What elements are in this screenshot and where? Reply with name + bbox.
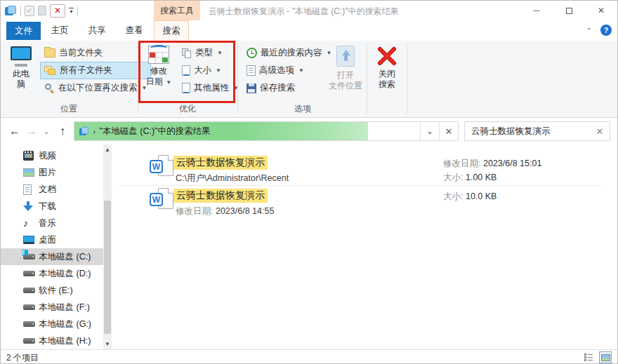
- sidebar-item-local-disk-f[interactable]: 本地磁盘 (F:): [1, 299, 103, 316]
- film-icon: [23, 151, 34, 161]
- window-title: 云骑士数据恢复演示 - "本地磁盘 (C:)"中的搜索结果: [209, 6, 399, 18]
- date-modified-button[interactable]: 修改日期 ▼: [143, 43, 175, 101]
- calendar-icon: [148, 46, 169, 64]
- recent-searches-button[interactable]: 最近的搜索内容▼: [242, 44, 336, 62]
- back-icon[interactable]: ←: [6, 118, 23, 144]
- tab-view[interactable]: 查看: [119, 20, 150, 41]
- sidebar-item-local-disk-h[interactable]: 本地磁盘 (H:): [1, 332, 103, 349]
- status-bar: 2 个项目: [1, 349, 617, 364]
- item-count: 2 个项目: [6, 352, 39, 364]
- drive-icon: [23, 271, 35, 276]
- tab-search[interactable]: 搜索: [154, 20, 189, 41]
- search-again-in-button[interactable]: 在以下位置再次搜索▼: [40, 79, 151, 97]
- maximize-button[interactable]: [553, 1, 585, 20]
- explorer-mini-icon: [79, 127, 89, 136]
- all-subfolders-button[interactable]: 所有子文件夹: [40, 62, 151, 79]
- computer-icon: [9, 46, 33, 67]
- word-file-icon: W: [150, 155, 173, 182]
- open-file-location-button[interactable]: 打开文件位置: [325, 43, 366, 101]
- tab-home[interactable]: 主页: [44, 20, 75, 41]
- subfolders-icon: [44, 66, 56, 76]
- minimize-button[interactable]: ─: [520, 1, 553, 20]
- group-separator: [237, 43, 238, 114]
- new-folder-icon[interactable]: [38, 6, 46, 15]
- window-controls: ─ ✕: [520, 1, 617, 20]
- help-icon[interactable]: ?: [600, 25, 612, 36]
- sidebar-item-desktop[interactable]: 桌面: [1, 231, 103, 248]
- scroll-up-icon[interactable]: ▲: [103, 144, 112, 155]
- file-size-detail: 大小: 1.00 KB: [443, 172, 497, 184]
- sidebar-scrollbar[interactable]: ▲ ▼: [103, 144, 112, 349]
- advanced-options-button[interactable]: 高级选项▼: [242, 62, 336, 79]
- customize-qat-icon[interactable]: ▾: [69, 8, 74, 13]
- explorer-logo-icon[interactable]: [5, 6, 17, 16]
- sidebar-item-music[interactable]: ♪音乐: [1, 215, 103, 231]
- tab-file[interactable]: 文件: [6, 22, 41, 40]
- properties-page-icon: [182, 83, 190, 93]
- title-bar: ✓ ✕ ▾ 搜索工具 云骑士数据恢复演示 - "本地磁盘 (C:)"中的搜索结果…: [1, 1, 617, 20]
- file-date-subtitle: 修改日期: 2023/6/8 14:55: [176, 205, 274, 217]
- sidebar-item-pictures[interactable]: 图片: [1, 164, 103, 181]
- group-label-refine: 优化: [138, 103, 237, 115]
- scrollbar-thumb[interactable]: [104, 201, 111, 334]
- scroll-down-icon[interactable]: ▼: [103, 339, 112, 349]
- details-view-icon[interactable]: [582, 351, 595, 363]
- sidebar: 视频 图片 文档 下载 ♪音乐 桌面 本地磁盘 (C:) 本地磁盘 (D:) 软…: [1, 144, 103, 349]
- folder-icon: [44, 48, 55, 58]
- list-separator: [119, 185, 602, 186]
- qat-close-icon[interactable]: ✕: [50, 4, 65, 18]
- breadcrumb[interactable]: "本地磁盘 (C:)"中的搜索结果: [99, 126, 210, 137]
- current-folder-button[interactable]: 当前文件夹: [40, 44, 151, 62]
- red-x-icon: [376, 46, 397, 67]
- properties-icon[interactable]: ✓: [25, 6, 34, 16]
- sidebar-item-local-disk-c[interactable]: 本地磁盘 (C:): [1, 248, 103, 265]
- drive-icon: [23, 338, 35, 344]
- drive-icon: [23, 288, 35, 293]
- other-properties-button[interactable]: 其他属性▼: [178, 79, 243, 97]
- sidebar-item-local-disk-d[interactable]: 本地磁盘 (D:): [1, 265, 103, 282]
- kind-button[interactable]: 类型▼: [178, 44, 243, 62]
- group-label-options: 选项: [239, 103, 366, 115]
- search-results-list: W 云骑士数据恢复演示 C:\用户\Administrator\Recent 修…: [113, 144, 617, 349]
- close-button[interactable]: ✕: [585, 1, 617, 20]
- group-label-location: 位置: [1, 103, 137, 115]
- floppy-icon: [246, 83, 256, 93]
- group-separator: [367, 43, 367, 114]
- file-name-highlighted[interactable]: 云骑士数据恢复演示: [173, 156, 268, 170]
- content-area: 视频 图片 文档 下载 ♪音乐 桌面 本地磁盘 (C:) 本地磁盘 (D:) 软…: [1, 144, 617, 349]
- clear-search-icon[interactable]: ✕: [590, 122, 610, 140]
- address-bar[interactable]: › "本地磁盘 (C:)"中的搜索结果 ⌄ ✕: [74, 121, 459, 141]
- stop-refresh-icon[interactable]: ✕: [439, 122, 458, 140]
- this-pc-button[interactable]: 此电脑: [5, 43, 37, 101]
- sidebar-item-videos[interactable]: 视频: [1, 147, 103, 164]
- save-search-button[interactable]: 保存搜索: [242, 79, 336, 97]
- forward-icon[interactable]: →: [23, 118, 40, 144]
- quick-access-toolbar: ✓ ✕ ▾: [5, 3, 78, 18]
- collapse-ribbon-icon[interactable]: ⌃: [586, 27, 592, 34]
- qat-separator: [77, 6, 78, 16]
- open-location-icon: [334, 46, 357, 68]
- drive-icon: [23, 321, 35, 327]
- tab-share[interactable]: 共享: [81, 20, 112, 41]
- history-dropdown-icon[interactable]: ⌄: [40, 118, 53, 144]
- ribbon: 此电脑 当前文件夹 所有子文件夹 在以下位置再次搜索▼ 位置: [1, 41, 617, 118]
- size-button[interactable]: 大小▼: [178, 62, 243, 79]
- address-dropdown-icon[interactable]: ⌄: [420, 122, 439, 140]
- contextual-tab-search-tools[interactable]: 搜索工具: [154, 1, 200, 20]
- system-drive-icon: [23, 254, 35, 259]
- sidebar-item-local-disk-g[interactable]: 本地磁盘 (G:): [1, 316, 103, 332]
- search-input[interactable]: [465, 122, 590, 140]
- pages-icon: [182, 48, 192, 58]
- navigation-bar: ← → ⌄ ↑ › "本地磁盘 (C:)"中的搜索结果 ⌄ ✕ ✕: [1, 118, 617, 144]
- magnifier-icon: [44, 83, 55, 93]
- picture-icon: [23, 168, 34, 177]
- breadcrumb-chevron-icon: ›: [93, 126, 96, 137]
- up-icon[interactable]: ↑: [54, 118, 71, 144]
- file-name-highlighted[interactable]: 云骑士数据恢复演示: [173, 189, 268, 203]
- sidebar-item-documents[interactable]: 文档: [1, 181, 103, 198]
- sidebar-item-downloads[interactable]: 下载: [1, 198, 103, 215]
- thumbnail-view-icon[interactable]: [599, 351, 612, 363]
- close-search-button[interactable]: 关闭搜索: [371, 43, 403, 101]
- sidebar-item-software-e[interactable]: 软件 (E:): [1, 282, 103, 299]
- qat-separator: [20, 6, 21, 16]
